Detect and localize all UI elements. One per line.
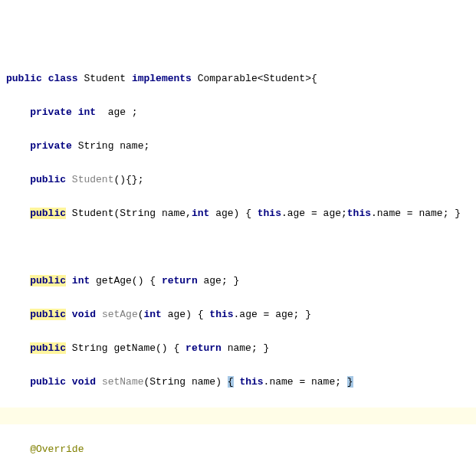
keyword-this: this <box>239 376 263 388</box>
code-line: public void setAge(int age) { this.age =… <box>6 306 470 323</box>
keyword-private: private <box>30 106 72 118</box>
annotation-override: @Override <box>30 443 84 455</box>
param-name: name <box>192 376 215 388</box>
field-name: name; <box>120 140 149 152</box>
keyword-int: int <box>144 309 162 320</box>
rest: .age = age; } <box>234 309 311 320</box>
type-string: String <box>78 140 114 152</box>
keyword-private: private <box>30 140 72 152</box>
assign-name: .name = name; } <box>371 208 461 219</box>
brace-selected: { <box>228 376 234 388</box>
keyword-return: return <box>185 342 222 354</box>
method-setage: setAge <box>102 309 138 320</box>
keyword-void: void <box>72 376 96 388</box>
method-setname: setName <box>102 376 144 388</box>
param-name: name <box>162 208 185 219</box>
keyword-public: public <box>30 309 66 320</box>
method-getage: getAge() { <box>96 275 156 286</box>
warning-line <box>0 407 476 424</box>
keyword-int: int <box>78 106 96 118</box>
keyword-public: public <box>30 275 66 286</box>
keyword-public: public <box>30 342 66 354</box>
rest: .name = name; <box>264 376 341 388</box>
blank-line <box>6 239 470 256</box>
param-age: age <box>168 309 185 320</box>
keyword-void: void <box>72 309 96 320</box>
keyword-int: int <box>72 275 90 286</box>
keyword-public: public <box>6 73 42 84</box>
code-line: @Override <box>6 441 470 458</box>
code-line: public Student(){}; <box>6 172 470 188</box>
param-age: age <box>215 208 233 219</box>
close: ) <box>215 376 222 388</box>
ctor-unused: Student <box>72 174 114 185</box>
code-line: public class Student implements Comparab… <box>6 70 470 87</box>
method-getname: String getName() { <box>72 342 179 354</box>
brace-selected: } <box>347 376 353 388</box>
keyword-public: public <box>30 174 66 185</box>
keyword-return: return <box>162 275 198 286</box>
assign-age: .age = age; <box>281 208 347 219</box>
keyword-this: this <box>258 208 281 219</box>
ctor-rest: (){}; <box>113 174 143 185</box>
code-line: public void setName(String name) { this.… <box>6 374 470 391</box>
paren: ) { <box>234 208 251 219</box>
keyword-public: public <box>30 208 66 219</box>
keyword-class: class <box>48 73 78 84</box>
args: (String <box>143 376 185 388</box>
keyword-this: this <box>209 309 233 320</box>
comma: , <box>185 208 192 219</box>
keyword-implements: implements <box>132 73 192 84</box>
ret-age: age; } <box>204 275 240 286</box>
keyword-this: this <box>347 208 371 219</box>
classname: Student <box>84 73 126 84</box>
ret-name: name; } <box>228 342 270 354</box>
paren: ( <box>138 309 144 320</box>
keyword-public: public <box>30 376 66 388</box>
code-line: private String name; <box>6 138 470 155</box>
code-line: public Student(String name,int age) { th… <box>6 205 470 222</box>
code-line: public int getAge() { return age; } <box>6 273 470 290</box>
code-line: public String getName() { return name; } <box>6 340 470 357</box>
ctor: Student(String <box>72 208 156 219</box>
code-line: private int age ; <box>6 104 470 121</box>
close: ) { <box>185 309 203 320</box>
field-age: age ; <box>108 106 138 118</box>
keyword-int: int <box>192 208 209 219</box>
type-comparable: Comparable<Student>{ <box>198 73 317 84</box>
